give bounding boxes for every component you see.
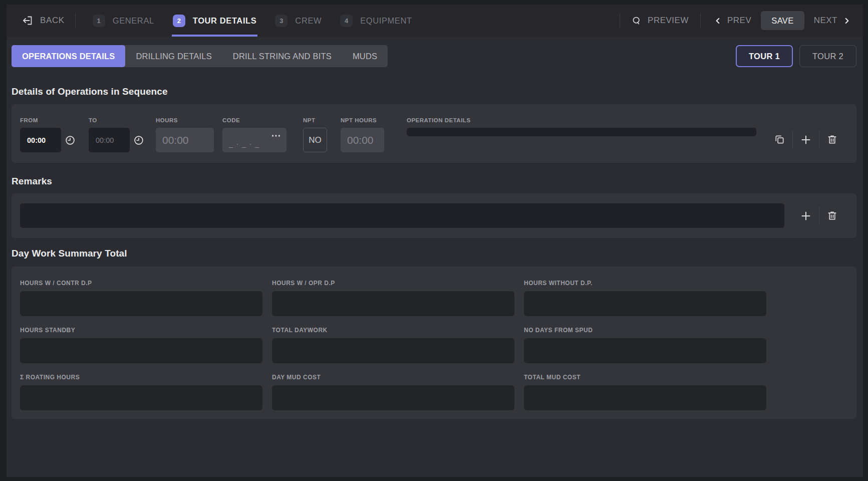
preview-button[interactable]: PREVIEW (632, 16, 689, 26)
back-icon (22, 15, 34, 27)
step-number-badge: 4 (340, 15, 353, 27)
delete-row-button[interactable] (819, 134, 845, 145)
sum-roating-hours-input[interactable] (20, 385, 262, 410)
from-label: FROM (20, 117, 76, 123)
search-icon (632, 16, 642, 26)
clock-icon (133, 135, 144, 146)
hours-w-opr-dp-input[interactable] (272, 291, 514, 316)
field-total-daywork: TOTAL DAYWORK (272, 327, 514, 363)
step-tour-details[interactable]: 2 TOUR DETAILS (173, 5, 257, 37)
field-no-days-from-spud: NO DAYS FROM SPUD (524, 327, 766, 363)
no-days-from-spud-input[interactable] (524, 338, 766, 363)
summary-grid: HOURS W / CONTR D.P HOURS W / OPR D.P HO… (20, 280, 845, 410)
chevron-right-icon (842, 17, 851, 25)
npt-label: NPT (303, 117, 327, 123)
code-label: CODE (222, 117, 286, 123)
remarks-row-actions (793, 203, 845, 228)
step-crew[interactable]: 3 CREW (275, 5, 322, 37)
step-general[interactable]: 1 GENERAL (93, 5, 154, 37)
chevron-left-icon (714, 17, 722, 25)
summary-section-title: Day Work Summary Total (12, 248, 856, 259)
add-remark-button[interactable] (793, 210, 819, 222)
trash-icon (826, 134, 838, 145)
npt-toggle-button[interactable]: NO (303, 128, 327, 152)
operations-section-title: Details of Operations in Sequence (12, 86, 856, 97)
save-button[interactable]: SAVE (761, 11, 804, 30)
field-label: HOURS W / CONTR D.P (20, 280, 262, 287)
field-hours-without-dp: HOURS WITHOUT D.P. (524, 280, 766, 316)
step-label: CREW (295, 16, 322, 26)
from-time-input[interactable] (20, 128, 61, 152)
hours-input[interactable] (156, 128, 214, 152)
tab-drilling-details[interactable]: DRILLING DETAILS (125, 45, 222, 67)
toolbar-divider (75, 13, 76, 28)
field-npt: NPT NO (303, 117, 327, 152)
operation-details-input[interactable] (407, 128, 756, 136)
add-row-button[interactable] (793, 134, 819, 146)
tab-operations-details[interactable]: OPERATIONS DETAILS (12, 45, 125, 67)
tour-1-button[interactable]: TOUR 1 (736, 45, 793, 67)
operations-row-actions (767, 127, 845, 152)
from-time-picker-button[interactable] (65, 135, 76, 146)
day-mud-cost-input[interactable] (272, 385, 514, 410)
field-npt-hours: NPT HOURS (341, 117, 384, 152)
next-label: NEXT (814, 16, 837, 26)
operations-row-card: FROM TO (12, 104, 856, 163)
copy-row-button[interactable] (767, 134, 792, 145)
preview-label: PREVIEW (648, 16, 689, 26)
hours-without-dp-input[interactable] (524, 291, 766, 316)
next-button[interactable]: NEXT (814, 16, 851, 26)
field-label: HOURS WITHOUT D.P. (524, 280, 766, 287)
toolbar-divider (700, 13, 701, 28)
prev-label: PREV (727, 16, 751, 26)
section-tabs: OPERATIONS DETAILS DRILLING DETAILS DRIL… (12, 45, 388, 67)
field-from: FROM (20, 117, 76, 152)
app-root: BACK 1 GENERAL 2 TOUR DETAILS 3 CREW 4 E… (7, 5, 863, 477)
step-equipment[interactable]: 4 EQUIPMENT (340, 5, 412, 37)
toolbar-divider (620, 13, 620, 28)
ellipsis-icon (270, 132, 281, 139)
total-daywork-input[interactable] (272, 338, 514, 363)
back-button[interactable]: BACK (22, 15, 65, 27)
field-label: DAY MUD COST (272, 374, 514, 381)
clock-icon (65, 135, 76, 146)
subnav-row: OPERATIONS DETAILS DRILLING DETAILS DRIL… (12, 45, 856, 67)
to-time-input[interactable] (89, 128, 130, 152)
field-label: HOURS W / OPR D.P (272, 280, 514, 287)
tab-muds[interactable]: MUDS (342, 45, 388, 67)
npt-hours-label: NPT HOURS (341, 117, 384, 123)
delete-remark-button[interactable] (819, 210, 845, 221)
field-hours-w-contr-dp: HOURS W / CONTR D.P (20, 280, 262, 316)
field-label: TOTAL MUD COST (524, 374, 766, 381)
prev-button[interactable]: PREV (714, 16, 751, 26)
step-label: TOUR DETAILS (193, 16, 257, 26)
copy-icon (774, 134, 785, 145)
to-time-picker-button[interactable] (133, 135, 144, 146)
npt-hours-input[interactable] (341, 128, 384, 152)
tour-2-button[interactable]: TOUR 2 (799, 45, 856, 67)
field-label: Σ ROATING HOURS (20, 374, 262, 381)
remark-input[interactable] (20, 203, 784, 228)
tab-drill-string-and-bits[interactable]: DRILL STRING AND BITS (222, 45, 342, 67)
step-label: GENERAL (113, 16, 154, 26)
field-label: HOURS STANDBY (20, 327, 262, 334)
trash-icon (826, 210, 838, 221)
plus-icon (800, 134, 812, 146)
plus-icon (800, 210, 812, 222)
main-content: OPERATIONS DETAILS DRILLING DETAILS DRIL… (7, 37, 863, 477)
hours-standby-input[interactable] (20, 338, 262, 363)
field-hours: HOURS (156, 117, 214, 152)
field-sum-roating-hours: Σ ROATING HOURS (20, 374, 262, 410)
total-mud-cost-input[interactable] (524, 385, 766, 410)
field-label: TOTAL DAYWORK (272, 327, 514, 334)
remarks-section-title: Remarks (12, 176, 856, 187)
field-hours-standby: HOURS STANDBY (20, 327, 262, 363)
operation-details-label: OPERATION DETAILS (407, 117, 756, 123)
hours-w-contr-dp-input[interactable] (20, 291, 262, 316)
wizard-steps: 1 GENERAL 2 TOUR DETAILS 3 CREW 4 EQUIPM… (93, 5, 431, 37)
top-toolbar: BACK 1 GENERAL 2 TOUR DETAILS 3 CREW 4 E… (7, 5, 863, 37)
to-label: TO (89, 117, 144, 123)
field-to: TO (89, 117, 144, 152)
code-picker-button[interactable] (268, 130, 283, 141)
back-label: BACK (40, 16, 65, 26)
